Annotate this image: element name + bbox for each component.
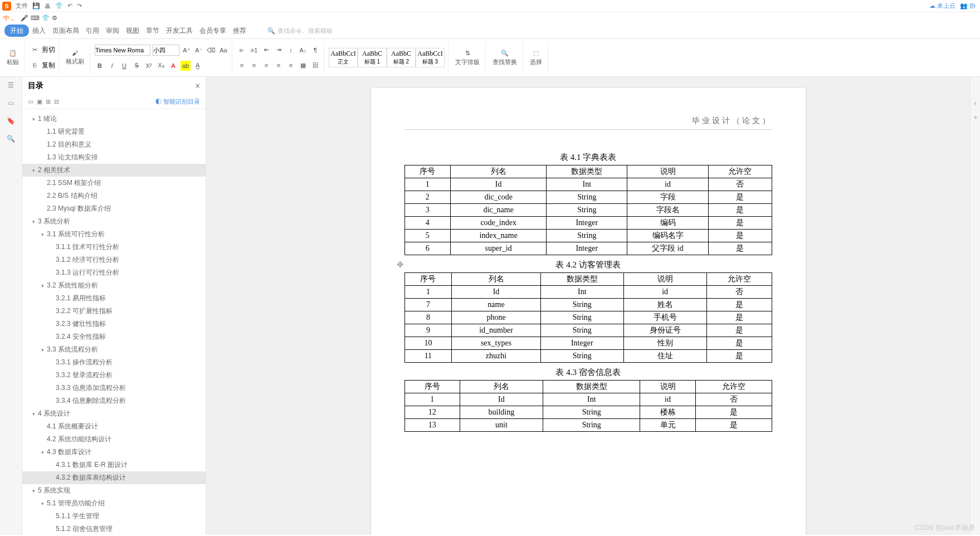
toc-item[interactable]: 1.1 研究背景 [22,125,206,138]
outdent-button[interactable]: ⇤ [261,45,271,55]
toc-item[interactable]: 3.3.3 信息添加流程分析 [22,382,206,394]
document-area[interactable]: 毕业设计（论文） 表 4.1 字典表表序号列名数据类型说明允许空1IdIntid… [206,77,970,535]
sort-button[interactable]: A↓ [298,45,308,55]
toc-item[interactable]: ▾2 相关技术 [22,164,206,177]
italic-button[interactable]: I [107,61,117,71]
shrink-font-button[interactable]: A⁻ [194,45,204,55]
distribute-button[interactable]: ≡ [286,60,296,70]
change-case-button[interactable]: Aa [218,45,228,55]
command-search[interactable]: 🔍 查找命令、搜索模板 [267,27,333,35]
expand-icon[interactable]: ‹ [974,99,977,107]
bullets-button[interactable]: ≡· [237,45,247,55]
close-icon[interactable]: × [196,81,200,90]
superscript-button[interactable]: X² [144,61,154,71]
numbering-button[interactable]: ≡1 [249,45,259,55]
tab-插入[interactable]: 插入 [29,25,49,37]
line-spacing-button[interactable]: ↕ [286,45,296,55]
toc-item[interactable]: 5.1.2 宿舍信息管理 [22,523,206,535]
cloud-status[interactable]: ☁ 未上云 [929,2,955,10]
toc-item[interactable]: 3.3.2 登录流程分析 [22,369,206,382]
thumbnail-icon[interactable]: ▭ [8,99,14,107]
indent-button[interactable]: ⇥ [274,45,284,55]
tab-开发工具[interactable]: 开发工具 [163,25,196,37]
toc-item[interactable]: 4.3.2 数据库表结构设计 [22,471,206,484]
toc-item[interactable]: ▾3 系统分析 [22,215,206,228]
style-标题 3[interactable]: AaBbCcI标题 3 [416,48,445,67]
style-标题 2[interactable]: AaBbC标题 2 [387,48,416,67]
grow-font-button[interactable]: A⁺ [182,45,192,55]
toc-tree[interactable]: ▾1 绪论1.1 研究背景1.2 目的和意义1.3 论文结构安排▾2 相关技术2… [22,109,206,535]
style-gallery[interactable]: AaBbCcI正文AaBbC标题 1AaBbC标题 2AaBbCcI标题 3 [325,41,448,74]
toc-item[interactable]: 3.3.4 信息删除流程分析 [22,394,206,407]
tab-页面布局[interactable]: 页面布局 [49,25,82,37]
toc-item[interactable]: 2.1 SSM 框架介绍 [22,177,206,189]
tab-审阅[interactable]: 审阅 [103,25,123,37]
nav-tool[interactable]: ▣ [37,98,42,105]
tab-视图[interactable]: 视图 [123,25,143,37]
font-color-button[interactable]: A [168,61,178,71]
toc-item[interactable]: 3.2.2 可扩展性指标 [22,305,206,318]
toc-item[interactable]: ▾1 绪论 [22,113,206,125]
nav-tool[interactable]: ⊟ [54,98,59,105]
align-right-button[interactable]: ≡ [261,60,271,70]
clear-format-button[interactable]: ⌫ [206,45,216,55]
toc-item[interactable]: ▾3.2 系统性能分析 [22,279,206,292]
bold-button[interactable]: B [95,61,105,71]
add-icon[interactable]: ＋ [972,113,979,122]
bookmark-icon[interactable]: 🔖 [7,117,15,125]
select-button[interactable]: ⬚选择 [528,48,544,67]
share-button[interactable]: 👥 协 [960,2,976,10]
copy-button[interactable]: ⎘ [30,60,40,70]
toc-item[interactable]: 3.2.3 健壮性指标 [22,318,206,330]
toc-item[interactable]: 4.1 系统概要设计 [22,420,206,433]
subscript-button[interactable]: X₂ [156,61,166,71]
toc-item[interactable]: 3.1.2 经济可行性分析 [22,254,206,266]
search-icon[interactable]: 🔍 [7,135,15,143]
shading-button[interactable]: ▦ [298,60,308,70]
toc-item[interactable]: 2.2 B/S 结构介绍 [22,189,206,202]
tab-会员专享[interactable]: 会员专享 [196,25,230,37]
tab-章节[interactable]: 章节 [143,25,163,37]
toc-item[interactable]: ▾3.3 系统流程分析 [22,343,206,356]
ime-icon[interactable]: ⚙ [52,14,57,22]
undo-icon[interactable]: ↶ [67,2,72,9]
smart-recognize-toc[interactable]: ◐ 智能识别目录 [155,98,200,106]
toc-item[interactable]: 2.3 Mysql 数据库介绍 [22,202,206,215]
style-正文[interactable]: AaBbCcI正文 [329,48,358,67]
tab-推荐[interactable]: 推荐 [230,25,250,37]
ime-icon[interactable]: 👕 [42,14,50,22]
toc-item[interactable]: ▾4 系统设计 [22,407,206,420]
nav-tool[interactable]: ▭ [28,98,33,105]
save-icon[interactable]: 💾 [32,2,40,9]
tab-引用[interactable]: 引用 [82,25,103,37]
table-anchor-icon[interactable]: ✥ [397,260,404,270]
toc-item[interactable]: 4.3.1 数据库 E-R 图设计 [22,459,206,471]
align-center-button[interactable]: ≡ [249,60,259,70]
borders-button[interactable]: 田 [310,60,320,70]
toc-item[interactable]: 3.1.3 运行可行性分析 [22,266,206,279]
toc-item[interactable]: ▾5 系统实现 [22,484,206,497]
outline-icon[interactable]: ☰ [8,81,14,89]
character-border-button[interactable]: A̲ [193,61,203,71]
toc-item[interactable]: 1.3 论文结构安排 [22,151,206,164]
align-left-button[interactable]: ≡ [237,60,247,70]
redo-icon[interactable]: ↷ [77,2,82,9]
ime-icon[interactable]: ⌨ [31,14,40,22]
toc-item[interactable]: 4.2 系统功能结构设计 [22,433,206,446]
strike-button[interactable]: S̶ [131,61,142,71]
font-name-select[interactable] [95,45,150,56]
toc-item[interactable]: 3.3.1 操作流程分析 [22,356,206,369]
show-marks-button[interactable]: ¶ [310,45,320,55]
style-标题 1[interactable]: AaBbC标题 1 [358,48,387,67]
toc-item[interactable]: ▾4.3 数据库设计 [22,446,206,459]
toc-item[interactable]: 5.1.1 学生管理 [22,510,206,523]
toc-item[interactable]: ▾3.1 系统可行性分析 [22,228,206,241]
nav-tool[interactable]: ⊞ [46,98,51,105]
preview-icon[interactable]: 👕 [55,2,63,9]
toc-item[interactable]: 3.2.1 易用性指标 [22,292,206,305]
file-menu[interactable]: 文件 [16,2,28,10]
format-painter-button[interactable]: 🖌格式刷 [64,48,86,67]
highlight-button[interactable]: ab [181,61,191,71]
find-replace-button[interactable]: 🔍查找替换 [490,48,519,67]
tab-开始[interactable]: 开始 [4,25,29,37]
